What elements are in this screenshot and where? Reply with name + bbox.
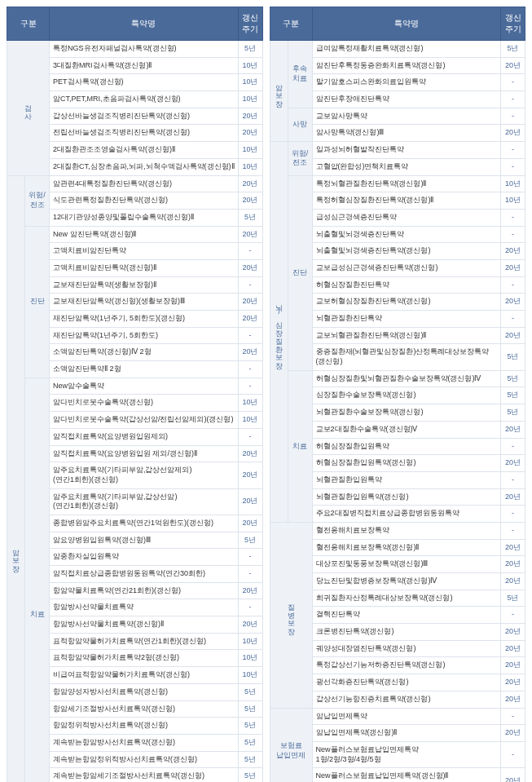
renewal-cycle: - <box>501 209 525 226</box>
rider-name: 암직접치료상급종합병원통원특약(연간30회한) <box>50 566 239 583</box>
rider-name: 항암약물치료특약(연간21회한)(갱신형) <box>50 582 239 599</box>
header-name: 특약명 <box>312 7 501 41</box>
rider-name: 궤양성대장염진단특약(갱신형) <box>312 640 501 657</box>
renewal-cycle: - <box>501 708 525 725</box>
rider-name: 주요2대질병직접치료상급종합병원통원특약 <box>312 506 501 523</box>
subcat-cell: 진단 <box>25 226 50 378</box>
subcat-cell: 치료 <box>25 378 50 782</box>
rider-name: 교보암사망특약 <box>312 108 501 125</box>
header-gubun: 구분 <box>7 7 50 41</box>
rider-name: 암주요치료특약(기타피부암,갑상선암제외) (연간1회한)(갱신형) <box>50 462 239 488</box>
rider-name: 허혈심장질환입원특약(갱신형) <box>312 455 501 472</box>
renewal-cycle: - <box>238 549 262 566</box>
rider-name: 항암양성자방사선치료특약(갱신형) <box>50 683 239 700</box>
rider-name: 계속받는항암방사선치료특약(갱신형) <box>50 734 239 751</box>
subcat-cell: 위험/ 전조 <box>288 142 312 175</box>
rider-name: 혈전용해치료보장특약 <box>312 522 501 539</box>
table-row: 치료New암수술특약- <box>7 378 263 395</box>
rider-name: 고액치료비암진단특약(갱신형)Ⅱ <box>50 259 239 276</box>
renewal-cycle: 5년 <box>238 41 262 58</box>
table-row: 암보장후속 치료급여암특정재활치료특약(갱신형)5년 <box>270 41 525 58</box>
gubun-cell: 질병보장 <box>270 522 312 708</box>
renewal-cycle: 10년 <box>238 650 262 667</box>
renewal-cycle: 5년 <box>238 734 262 751</box>
rider-name: 계속받는항암세기조절방사선치료특약(갱신형) <box>50 768 239 782</box>
renewal-cycle: 20년 <box>501 624 525 641</box>
rider-name: 암납입면제특약(갱신형)Ⅱ <box>312 725 501 742</box>
renewal-cycle: - <box>501 108 525 125</box>
rider-name: 암요양병원입원특약(갱신형)Ⅲ <box>50 532 239 549</box>
gubun-cell: 암보장 <box>270 41 288 142</box>
renewal-cycle: 20년 <box>501 556 525 573</box>
rider-name: 3대질환MRI검사특약(갱신형)Ⅱ <box>50 57 239 74</box>
renewal-cycle: 5년 <box>238 209 262 226</box>
rider-name: 희귀질환자산정특례대상보장특약(갱신형) <box>312 590 501 607</box>
renewal-cycle: 20년 <box>501 294 525 311</box>
renewal-cycle: - <box>238 361 262 378</box>
table-row: 치료허혈심장질환및뇌혈관질환수술보장특약(갱신형)Ⅳ5년 <box>270 370 525 387</box>
rider-name: 항암방사선약물치료특약 <box>50 599 239 616</box>
header-name: 특약명 <box>50 7 239 41</box>
renewal-cycle: 5년 <box>238 718 262 735</box>
renewal-cycle: 5년 <box>238 700 262 718</box>
gubun-cell: 암보장 <box>7 175 25 782</box>
renewal-cycle: 5년 <box>238 683 262 700</box>
rider-name: 암진단후특정통증완화치료특약(갱신형) <box>312 57 501 74</box>
renewal-cycle: - <box>501 142 525 159</box>
renewal-cycle: - <box>238 378 262 395</box>
renewal-cycle: 5년 <box>238 768 262 782</box>
rider-name: 암관련4대특정질환진단특약(갱신형) <box>50 175 239 192</box>
renewal-cycle: 20년 <box>501 125 525 142</box>
renewal-cycle: 20년 <box>238 515 262 532</box>
renewal-cycle: 20년 <box>501 421 525 438</box>
rider-name: 교보허혈심장질환진단특약(갱신형) <box>312 294 501 311</box>
rider-name: 뇌혈관질환입원특약 <box>312 471 501 488</box>
renewal-cycle: 20년 <box>238 125 262 142</box>
rider-name: 허혈심장질환진단특약 <box>312 276 501 294</box>
rider-name: 암CT,PET,MRI,초음파검사특약(갱신형) <box>50 91 239 108</box>
rider-name: 교보2대질환수술특약(갱신형)Ⅴ <box>312 421 501 438</box>
renewal-cycle: 5년 <box>501 590 525 607</box>
renewal-cycle: 5년 <box>501 41 525 58</box>
renewal-cycle: 5년 <box>501 344 525 370</box>
subcat-cell: 사망 <box>288 108 312 141</box>
table-row: 검사특정NGS유전자패널검사특약(갱신형)5년 <box>7 41 263 58</box>
renewal-cycle: - <box>501 471 525 488</box>
rider-name: 2대질환CT,심장초음파,뇌파,뇌척수액검사특약(갱신형)Ⅱ <box>50 158 239 175</box>
renewal-cycle: 20년 <box>501 691 525 708</box>
table-row: 뇌/심장질환보장위험/ 전조일과성뇌허혈발작진단특약- <box>270 142 525 159</box>
renewal-cycle: 10년 <box>238 633 262 650</box>
renewal-cycle: 20년 <box>238 108 262 125</box>
rider-name: 특정뇌혈관질환진단특약(갱신형)Ⅱ <box>312 175 501 192</box>
table-row: 암보장위험/ 전조암관련4대특정질환진단특약(갱신형)20년 <box>7 175 263 192</box>
renewal-cycle: - <box>238 276 262 294</box>
renewal-cycle: 5년 <box>501 404 525 422</box>
rider-name: 뇌혈관질환진단특약 <box>312 311 501 328</box>
renewal-cycle: 10년 <box>501 192 525 210</box>
renewal-cycle: - <box>238 566 262 583</box>
rider-name: 암진단후장애진단특약 <box>312 91 501 108</box>
rider-name: 중증질환재(뇌혈관및심장질환)산정특례대상보장특약(갱신형) <box>312 344 501 370</box>
rider-name: 소액암진단특약(갱신형)Ⅳ 2형 <box>50 344 239 361</box>
rider-name: 특정NGS유전자패널검사특약(갱신형) <box>50 41 239 58</box>
renewal-cycle: 10년 <box>501 175 525 192</box>
table-row: 사망교보암사망특약- <box>270 108 525 125</box>
renewal-cycle: - <box>501 311 525 328</box>
rider-name: New플러스보험료납입면제특약(갱신형)Ⅱ 1형/2형/3형/4형/5형 <box>312 768 501 782</box>
renewal-cycle: 20년 <box>238 175 262 192</box>
rider-name: 항암세기조절방사선치료특약(갱신형) <box>50 700 239 718</box>
header-cycle: 갱신 주기 <box>501 7 525 41</box>
renewal-cycle: 20년 <box>238 294 262 311</box>
rider-name: 암직접치료특약(요양병원입원제외) <box>50 428 239 445</box>
rider-name: 크론병진단특약(갱신형) <box>312 624 501 641</box>
renewal-cycle: - <box>501 276 525 294</box>
renewal-cycle: 20년 <box>238 445 262 462</box>
renewal-cycle: 20년 <box>501 488 525 506</box>
rider-name: 교보재진단암특약(갱신형)(생활보장형)Ⅲ <box>50 294 239 311</box>
subcat-cell: 위험/ 전조 <box>25 175 50 226</box>
renewal-cycle: 20년 <box>238 488 262 515</box>
rider-name: 뇌혈관질환수술보장특약(갱신형) <box>312 404 501 422</box>
renewal-cycle: 20년 <box>238 226 262 243</box>
renewal-cycle: 20년 <box>501 259 525 276</box>
renewal-cycle: 10년 <box>238 667 262 684</box>
